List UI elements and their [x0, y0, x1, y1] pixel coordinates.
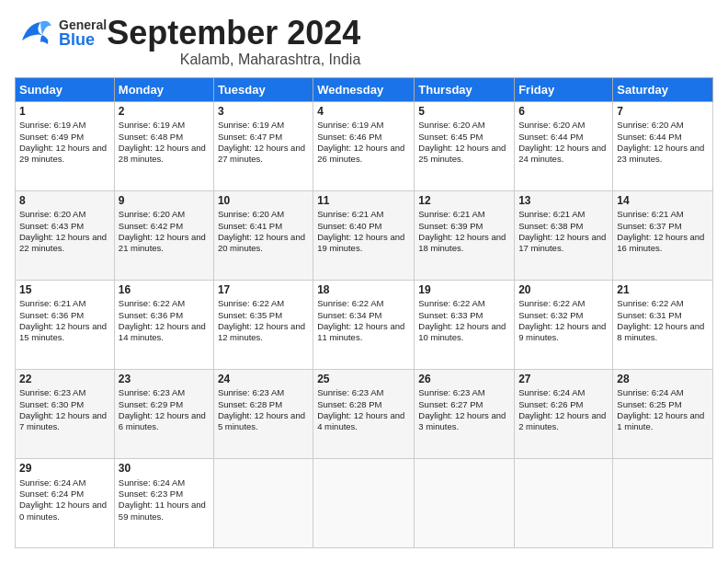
- col-tuesday: Tuesday: [213, 77, 313, 101]
- daylight-text: Daylight: 12 hours and 8 minutes.: [617, 321, 704, 342]
- daylight-text: Daylight: 12 hours and 27 minutes.: [218, 143, 305, 164]
- table-row: 2 Sunrise: 6:19 AM Sunset: 6:48 PM Dayli…: [114, 101, 213, 190]
- table-row: 10 Sunrise: 6:20 AM Sunset: 6:41 PM Dayl…: [213, 190, 313, 280]
- daylight-text: Daylight: 12 hours and 25 minutes.: [418, 143, 506, 164]
- daylight-text: Daylight: 12 hours and 12 minutes.: [218, 321, 305, 342]
- day-number: 26: [418, 373, 510, 387]
- sunrise-text: Sunrise: 6:19 AM: [19, 120, 85, 130]
- location-subtitle: Kalamb, Maharashtra, India: [107, 52, 360, 68]
- sunrise-text: Sunrise: 6:21 AM: [317, 209, 383, 219]
- sunset-text: Sunset: 6:38 PM: [518, 221, 583, 231]
- sunrise-text: Sunrise: 6:24 AM: [119, 477, 185, 488]
- day-number: 30: [119, 462, 210, 477]
- day-number: 17: [218, 283, 309, 298]
- sunset-text: Sunset: 6:42 PM: [119, 221, 183, 231]
- sunset-text: Sunset: 6:26 PM: [518, 399, 583, 409]
- sunrise-text: Sunrise: 6:24 AM: [617, 387, 683, 397]
- day-number: 11: [317, 194, 410, 209]
- daylight-text: Daylight: 12 hours and 4 minutes.: [317, 410, 404, 431]
- sunrise-text: Sunrise: 6:23 AM: [418, 387, 484, 397]
- sunrise-text: Sunrise: 6:20 AM: [518, 120, 585, 130]
- logo-name: General Blue: [59, 18, 107, 48]
- table-row: 25 Sunrise: 6:23 AM Sunset: 6:28 PM Dayl…: [313, 369, 415, 458]
- col-sunday: Sunday: [16, 77, 115, 101]
- day-number: 7: [617, 105, 709, 120]
- sunrise-text: Sunrise: 6:21 AM: [617, 209, 683, 219]
- table-row: 8 Sunrise: 6:20 AM Sunset: 6:43 PM Dayli…: [16, 190, 115, 280]
- day-number: 18: [317, 283, 410, 298]
- sunrise-text: Sunrise: 6:23 AM: [19, 387, 85, 397]
- day-number: 8: [19, 194, 110, 209]
- daylight-text: Daylight: 12 hours and 9 minutes.: [518, 321, 606, 342]
- daylight-text: Daylight: 12 hours and 1 minute.: [617, 410, 704, 431]
- table-row: 19 Sunrise: 6:22 AM Sunset: 6:33 PM Dayl…: [415, 280, 515, 369]
- logo: General Blue: [15, 15, 107, 52]
- sunset-text: Sunset: 6:23 PM: [119, 488, 183, 499]
- sunrise-text: Sunrise: 6:22 AM: [617, 298, 683, 308]
- table-row: 26 Sunrise: 6:23 AM Sunset: 6:27 PM Dayl…: [415, 369, 515, 458]
- sunset-text: Sunset: 6:32 PM: [518, 310, 583, 320]
- calendar-week-row: 1 Sunrise: 6:19 AM Sunset: 6:49 PM Dayli…: [16, 101, 713, 190]
- sunset-text: Sunset: 6:36 PM: [119, 310, 183, 320]
- sunrise-text: Sunrise: 6:20 AM: [19, 209, 85, 219]
- table-row: 3 Sunrise: 6:19 AM Sunset: 6:47 PM Dayli…: [213, 101, 313, 190]
- sunrise-text: Sunrise: 6:22 AM: [119, 298, 185, 308]
- sunrise-text: Sunrise: 6:20 AM: [218, 209, 284, 219]
- sunset-text: Sunset: 6:34 PM: [317, 310, 381, 320]
- table-row: 14 Sunrise: 6:21 AM Sunset: 6:37 PM Dayl…: [613, 190, 713, 280]
- sunset-text: Sunset: 6:29 PM: [119, 399, 183, 409]
- table-row: 21 Sunrise: 6:22 AM Sunset: 6:31 PM Dayl…: [613, 280, 713, 369]
- sunrise-text: Sunrise: 6:24 AM: [518, 387, 585, 397]
- day-number: 12: [418, 194, 510, 209]
- daylight-text: Daylight: 12 hours and 10 minutes.: [418, 321, 506, 342]
- day-number: 20: [518, 283, 609, 298]
- sunrise-text: Sunrise: 6:22 AM: [317, 298, 383, 308]
- table-row: 24 Sunrise: 6:23 AM Sunset: 6:28 PM Dayl…: [213, 369, 313, 458]
- table-row: 7 Sunrise: 6:20 AM Sunset: 6:44 PM Dayli…: [613, 101, 713, 190]
- daylight-text: Daylight: 12 hours and 28 minutes.: [119, 143, 206, 164]
- daylight-text: Daylight: 12 hours and 14 minutes.: [119, 321, 206, 342]
- daylight-text: Daylight: 12 hours and 16 minutes.: [617, 232, 704, 253]
- sunrise-text: Sunrise: 6:20 AM: [418, 120, 484, 130]
- sunset-text: Sunset: 6:31 PM: [617, 310, 681, 320]
- table-row: [313, 458, 415, 547]
- sunset-text: Sunset: 6:37 PM: [617, 221, 681, 231]
- table-row: 22 Sunrise: 6:23 AM Sunset: 6:30 PM Dayl…: [16, 369, 115, 458]
- col-wednesday: Wednesday: [313, 77, 415, 101]
- day-number: 21: [617, 283, 709, 298]
- day-number: 1: [19, 105, 110, 120]
- daylight-text: Daylight: 12 hours and 22 minutes.: [19, 232, 107, 253]
- day-number: 24: [218, 373, 309, 387]
- daylight-text: Daylight: 12 hours and 6 minutes.: [119, 410, 206, 431]
- calendar-week-row: 22 Sunrise: 6:23 AM Sunset: 6:30 PM Dayl…: [16, 369, 713, 458]
- title-block: September 2024 Kalamb, Maharashtra, Indi…: [107, 15, 360, 68]
- day-number: 10: [218, 194, 309, 209]
- daylight-text: Daylight: 12 hours and 18 minutes.: [418, 232, 506, 253]
- sunset-text: Sunset: 6:46 PM: [317, 132, 381, 142]
- daylight-text: Daylight: 12 hours and 0 minutes.: [19, 500, 107, 521]
- day-number: 14: [617, 194, 709, 209]
- day-number: 29: [19, 462, 110, 477]
- col-thursday: Thursday: [415, 77, 515, 101]
- sunset-text: Sunset: 6:44 PM: [518, 132, 583, 142]
- table-row: 28 Sunrise: 6:24 AM Sunset: 6:25 PM Dayl…: [613, 369, 713, 458]
- sunrise-text: Sunrise: 6:20 AM: [119, 209, 185, 219]
- sunset-text: Sunset: 6:40 PM: [317, 221, 381, 231]
- sunset-text: Sunset: 6:44 PM: [617, 132, 681, 142]
- sunset-text: Sunset: 6:48 PM: [119, 132, 183, 142]
- sunrise-text: Sunrise: 6:19 AM: [218, 120, 284, 130]
- table-row: 13 Sunrise: 6:21 AM Sunset: 6:38 PM Dayl…: [515, 190, 613, 280]
- day-number: 6: [518, 105, 609, 120]
- table-row: 18 Sunrise: 6:22 AM Sunset: 6:34 PM Dayl…: [313, 280, 415, 369]
- sunset-text: Sunset: 6:28 PM: [317, 399, 381, 409]
- table-row: 1 Sunrise: 6:19 AM Sunset: 6:49 PM Dayli…: [16, 101, 115, 190]
- day-number: 28: [617, 373, 709, 387]
- daylight-text: Daylight: 12 hours and 11 minutes.: [317, 321, 404, 342]
- sunrise-text: Sunrise: 6:21 AM: [418, 209, 484, 219]
- table-row: 16 Sunrise: 6:22 AM Sunset: 6:36 PM Dayl…: [114, 280, 213, 369]
- sunrise-text: Sunrise: 6:19 AM: [119, 120, 185, 130]
- day-number: 13: [518, 194, 609, 209]
- daylight-text: Daylight: 12 hours and 21 minutes.: [119, 232, 206, 253]
- table-row: 11 Sunrise: 6:21 AM Sunset: 6:40 PM Dayl…: [313, 190, 415, 280]
- daylight-text: Daylight: 12 hours and 5 minutes.: [218, 410, 305, 431]
